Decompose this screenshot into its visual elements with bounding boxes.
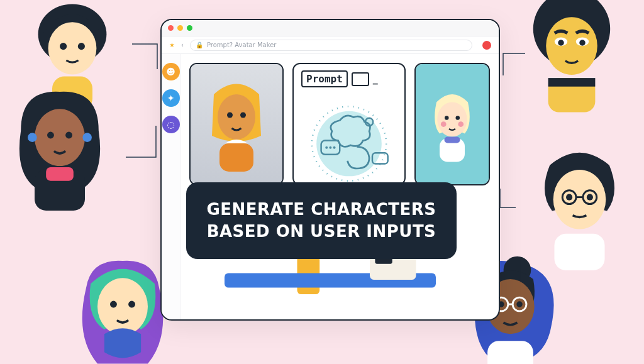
svg-point-24 bbox=[566, 194, 572, 201]
svg-point-15 bbox=[65, 132, 72, 139]
headline-line-1: Generate characters bbox=[204, 199, 439, 221]
prompt-card: Prompt _ bbox=[292, 63, 406, 185]
maximize-icon[interactable] bbox=[187, 25, 192, 31]
svg-point-48 bbox=[445, 116, 449, 120]
sidebar-item-settings[interactable]: ◌ bbox=[162, 116, 180, 133]
svg-rect-41 bbox=[219, 143, 253, 172]
svg-point-36 bbox=[516, 301, 522, 307]
svg-point-42 bbox=[316, 111, 382, 177]
avatar-top-right bbox=[518, 0, 625, 116]
svg-point-17 bbox=[82, 133, 92, 142]
svg-point-3 bbox=[78, 43, 85, 50]
svg-point-10 bbox=[579, 40, 586, 46]
svg-rect-37 bbox=[487, 341, 533, 364]
sidebar-item-bird[interactable]: ✦ bbox=[162, 89, 180, 107]
prompt-label: Prompt bbox=[301, 70, 348, 87]
svg-point-38 bbox=[218, 94, 255, 140]
svg-rect-12 bbox=[548, 78, 596, 87]
svg-point-9 bbox=[558, 40, 564, 46]
svg-point-51 bbox=[458, 121, 464, 127]
svg-point-45 bbox=[329, 146, 331, 149]
avatar-mid-left bbox=[0, 85, 123, 211]
close-icon[interactable] bbox=[168, 25, 174, 31]
svg-rect-53 bbox=[445, 137, 460, 143]
svg-point-20 bbox=[553, 170, 606, 229]
ai-illustration bbox=[294, 94, 404, 185]
svg-point-46 bbox=[333, 146, 336, 149]
character-card-1[interactable] bbox=[189, 63, 284, 185]
app-window: ★ ‹ 🔒 Prompt? Avatar Maker ☻ ✦ ◌ bbox=[160, 19, 500, 321]
star-icon[interactable]: ★ bbox=[169, 41, 175, 48]
svg-point-14 bbox=[47, 132, 54, 139]
lock-icon: 🔒 bbox=[196, 41, 203, 48]
svg-point-27 bbox=[97, 278, 148, 335]
headline-callout: Generate characters based on user inputs bbox=[186, 182, 457, 259]
character-card-2[interactable] bbox=[414, 63, 490, 185]
window-titlebar bbox=[162, 20, 499, 36]
svg-point-44 bbox=[325, 146, 328, 149]
character-1-avatar bbox=[199, 77, 274, 172]
svg-point-47 bbox=[437, 102, 467, 137]
sidebar-item-profile[interactable]: ☻ bbox=[162, 63, 180, 80]
browser-addressbar: ★ ‹ 🔒 Prompt? Avatar Maker bbox=[162, 36, 499, 54]
character-2-avatar bbox=[421, 85, 484, 163]
url-text: Prompt? Avatar Maker bbox=[207, 41, 276, 48]
svg-point-29 bbox=[128, 301, 135, 308]
svg-point-1 bbox=[48, 22, 97, 74]
svg-point-13 bbox=[35, 109, 85, 166]
svg-point-25 bbox=[587, 194, 593, 201]
svg-point-50 bbox=[441, 121, 447, 127]
caret-icon: _ bbox=[373, 73, 378, 85]
svg-point-40 bbox=[240, 112, 246, 118]
svg-point-28 bbox=[110, 301, 117, 308]
avatar-mid-right bbox=[518, 145, 641, 270]
svg-point-49 bbox=[456, 116, 460, 120]
close-tab-icon[interactable] bbox=[482, 41, 491, 50]
prompt-input[interactable] bbox=[352, 72, 369, 86]
minimize-icon[interactable] bbox=[177, 25, 183, 31]
svg-point-39 bbox=[227, 112, 233, 118]
nav-back-icon[interactable]: ‹ bbox=[181, 41, 184, 48]
svg-point-2 bbox=[60, 43, 67, 50]
url-field[interactable]: 🔒 Prompt? Avatar Maker bbox=[190, 40, 472, 51]
svg-rect-19 bbox=[46, 167, 74, 181]
svg-point-6 bbox=[546, 17, 597, 75]
svg-point-16 bbox=[28, 133, 37, 142]
headline-line-2: based on user inputs bbox=[204, 221, 439, 243]
